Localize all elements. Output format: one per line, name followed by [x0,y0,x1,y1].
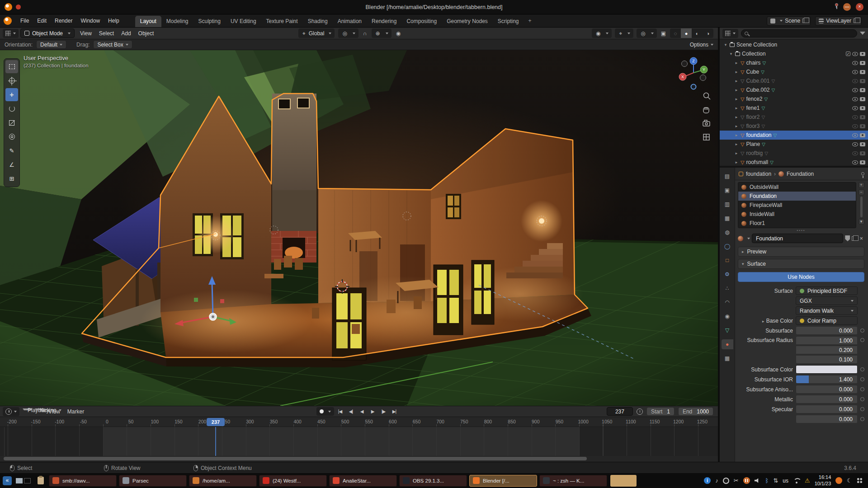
scale-tool[interactable] [5,116,18,129]
subsurface-aniso-slider[interactable]: 0.000 [796,385,858,394]
shading-solid-button[interactable]: ● [681,28,692,38]
timeline-menu-item[interactable]: Keying [35,408,45,410]
specular-tint-slider[interactable]: 0.000 [796,415,858,423]
play-button[interactable]: ▶ [368,407,377,416]
keyframe-dot[interactable] [860,417,864,421]
outliner-object-row[interactable]: ▸ ▽ Cube.002 ▽ [720,85,868,94]
viewport-menu-item[interactable]: Select [95,30,118,37]
keyframe-dot[interactable] [860,367,864,371]
task-window-button[interactable]: (24) Westf... [259,475,327,487]
next-keyframe-button[interactable]: |▶ [378,407,388,416]
task-window-button[interactable]: Parsec [119,475,187,487]
hide-viewport-icon[interactable] [852,52,858,56]
collection-row[interactable]: ▾ Collection ✓ [720,49,868,58]
tab-object[interactable]: □ [722,255,733,265]
tab-output[interactable]: ▥ [722,199,733,209]
disable-render-icon[interactable] [860,70,865,74]
disable-render-icon[interactable] [860,142,865,146]
annotate-tool[interactable]: ✎ [5,144,18,157]
task-window-button[interactable]: ~ : zsh — K... [539,475,607,487]
disable-render-icon[interactable] [860,115,865,119]
task-window-button[interactable]: /home/am... [189,475,257,487]
duplicate-material-icon[interactable] [852,236,856,241]
material-name-field[interactable]: Foundation [752,234,843,243]
menu-item[interactable]: Edit [33,14,51,27]
outliner-object-row[interactable]: ▸ ▽ fene1 ▽ [720,103,868,113]
workspace-tab[interactable]: Rendering [367,16,401,27]
material-browse-icon[interactable] [738,236,743,241]
start-frame-field[interactable]: Start1 [646,407,675,416]
desktop-2[interactable] [24,478,31,483]
add-cube-tool[interactable]: ⊞ [5,172,18,185]
warning-tray-icon[interactable]: ⚠ [805,478,810,483]
metallic-slider[interactable]: 0.000 [796,395,858,404]
rotate-tool[interactable] [5,102,18,115]
hide-viewport-icon[interactable] [852,61,858,65]
task-window-button[interactable]: OBS 29.1.3... [399,475,467,487]
timeline-track[interactable] [0,427,718,456]
task-window-button[interactable]: Blender [/... [469,475,537,487]
tab-particles[interactable]: ∴ [722,283,733,293]
window-minimize-button[interactable]: — [843,3,851,11]
task-window-button[interactable]: AnalieStar... [329,475,397,487]
hide-viewport-icon[interactable] [852,79,858,83]
pin-icon[interactable] [861,172,864,175]
hide-viewport-icon[interactable] [852,142,858,146]
snap-magnet-icon[interactable]: ∩ [362,30,368,37]
disable-render-icon[interactable] [860,124,865,128]
breadcrumb-object[interactable]: foundation [746,171,771,177]
pause-tray-icon[interactable] [743,477,750,484]
material-slot[interactable]: Foundation [738,192,856,201]
viewport-3d[interactable]: Z X Y User Perspective (237) Collection … [0,50,718,406]
disable-render-icon[interactable] [860,52,865,56]
desktop-pager[interactable] [16,478,31,483]
tab-world[interactable]: ◯ [722,241,733,251]
filter-icon[interactable] [860,32,865,35]
outliner-object-row[interactable]: ▸ ▽ Cube ▽ [720,67,868,76]
tab-data[interactable]: ▽ [722,325,733,335]
add-slot-button[interactable]: + [859,182,864,188]
disable-render-icon[interactable] [860,61,865,65]
camera-view-dot[interactable] [691,84,696,89]
playback-sync-icon[interactable] [637,408,643,415]
workspace-tab[interactable]: Animation [333,16,367,27]
outliner-object-row[interactable]: ▸ ▽ fence2 ▽ [720,94,868,103]
panel-launcher-icon[interactable]: « [3,476,12,485]
outliner-object-row[interactable]: ▸ ▽ Cube.001 ▽ [720,76,868,85]
volume-tray-icon[interactable] [755,478,761,483]
slots-scrollbar[interactable] [860,197,863,217]
subsurface-color-swatch[interactable] [796,365,858,374]
workspace-tab[interactable]: Shading [303,16,333,27]
tab-modifiers[interactable]: ⚙ [722,269,733,279]
workspace-tab[interactable]: Modeling [161,16,193,27]
disable-render-icon[interactable] [860,106,865,110]
surface-section[interactable]: ▾Surface [738,259,864,269]
timeline-menu-item[interactable]: Marker [64,408,88,415]
shading-rendered-button[interactable]: ◑ [703,28,713,38]
desktop-1[interactable] [16,478,23,483]
keyframe-dot[interactable] [860,387,864,391]
tab-physics[interactable]: ◠ [722,297,733,307]
distribution-dropdown[interactable]: GGX [796,296,858,305]
untitled-window-button[interactable] [610,475,637,487]
shading-material-button[interactable]: ◐ [692,28,703,38]
move-tool[interactable]: + [5,88,18,101]
keyboard-layout[interactable]: us [783,478,788,484]
breadcrumb-material[interactable]: Foundation [787,171,814,177]
list-resize-grip[interactable]: •••• [738,229,864,232]
subsurface-method-dropdown[interactable]: Random Walk [796,306,858,315]
outliner-object-row[interactable]: ▸ ▽ floor3 ▽ [720,122,868,131]
workspace-tab[interactable]: Texture Paint [261,16,303,27]
proportional-editing-icon[interactable]: ◉ [395,30,401,37]
add-workspace-button[interactable]: + [524,18,536,24]
outliner-object-row[interactable]: ▸ ▽ Plane ▽ [720,140,868,149]
tab-tool[interactable]: ▤ [722,171,733,181]
outliner-editor-type-button[interactable] [722,29,738,38]
workspace-tab[interactable]: Layout [135,16,161,27]
tab-texture[interactable]: ▦ [722,353,733,363]
subsurface-slider[interactable]: 0.000 [796,326,858,335]
disable-render-icon[interactable] [860,79,865,83]
workspace-tab[interactable]: Geometry Nodes [442,16,493,27]
outliner-object-row[interactable]: ▸ ▽ roofsmall ▽ [720,158,868,167]
timeline-menu-item[interactable]: Playback [23,408,33,410]
